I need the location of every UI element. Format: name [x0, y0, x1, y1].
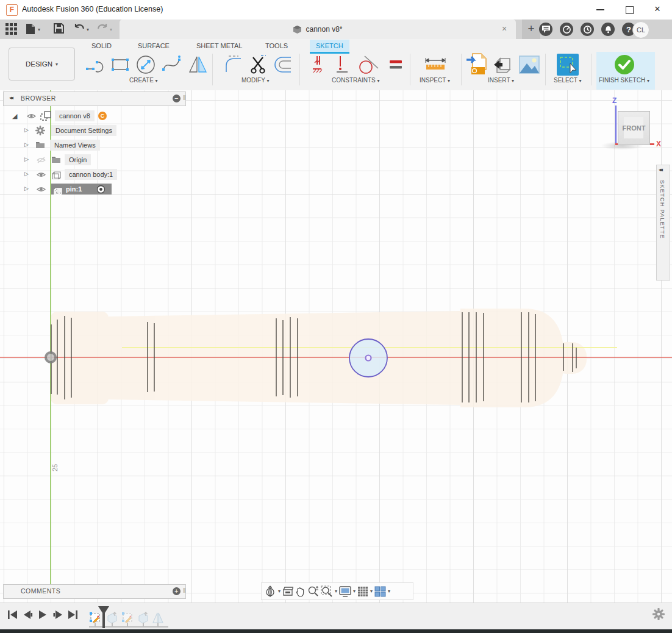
tree-row-pin[interactable]: ▷ pin:1 — [0, 182, 183, 196]
tree-item-label[interactable]: cannon v8 — [55, 110, 95, 121]
visibility-eye-icon[interactable] — [37, 186, 46, 193]
trim-tool-button[interactable] — [246, 52, 270, 77]
rectangle-tool-button[interactable] — [108, 52, 132, 77]
measure-tool-button[interactable] — [423, 52, 448, 77]
tree-item-label[interactable]: Document Settings — [51, 125, 116, 136]
expand-collapsed-icon[interactable]: ▷ — [24, 156, 29, 162]
tree-row-origin[interactable]: ▷ Origin — [0, 152, 183, 167]
minimize-button[interactable] — [587, 0, 614, 20]
visibility-eye-icon[interactable] — [37, 171, 46, 178]
insert-derive-button[interactable] — [490, 52, 515, 77]
group-label-constraints[interactable]: CONSTRAINTS ▾ — [332, 77, 379, 84]
chevron-down-icon[interactable]: ▾ — [370, 588, 373, 594]
timeline-play-button[interactable] — [38, 610, 47, 619]
circle-tool-button[interactable] — [134, 52, 158, 77]
close-button[interactable]: × — [644, 0, 671, 20]
group-label-finish-sketch[interactable]: FINISH SKETCH ▾ — [599, 77, 649, 84]
redo-button[interactable] — [96, 23, 109, 33]
chevron-down-icon[interactable]: ▾ — [110, 27, 112, 32]
orbit-icon[interactable] — [264, 585, 276, 598]
constraint-tangent-button[interactable] — [356, 52, 381, 77]
activate-component-radio-icon[interactable] — [96, 185, 105, 194]
group-label-insert[interactable]: INSERT ▾ — [488, 77, 514, 84]
chevron-down-icon[interactable]: ▾ — [335, 588, 337, 594]
sketch-palette-panel[interactable]: ◂◂ SKETCH PALETTE — [656, 165, 670, 281]
visibility-off-eye-icon[interactable] — [37, 157, 46, 163]
collapse-browser-icon[interactable]: ◂◂ — [9, 95, 12, 101]
tab-solid[interactable]: SOLID — [91, 40, 112, 52]
group-label-modify[interactable]: MODIFY ▾ — [241, 77, 270, 84]
save-button[interactable] — [54, 23, 64, 34]
panel-grip[interactable]: ‖ — [183, 587, 186, 594]
app-launcher-icon[interactable] — [5, 23, 17, 35]
offset-tool-button[interactable] — [271, 52, 296, 77]
viewports-icon[interactable] — [374, 586, 386, 597]
workspace-selector-button[interactable]: DESIGN ▾ — [9, 48, 75, 80]
expand-collapsed-icon[interactable]: ▷ — [24, 141, 29, 148]
panel-grip[interactable]: ‖ — [183, 94, 186, 101]
expand-collapsed-icon[interactable]: ▷ — [24, 127, 29, 133]
timeline-item-mirror[interactable] — [152, 612, 163, 624]
document-tab-close-icon[interactable]: × — [499, 23, 510, 34]
tab-sketch[interactable]: SKETCH — [310, 40, 349, 52]
tree-item-label[interactable]: Origin — [65, 154, 91, 165]
add-comment-icon[interactable]: + — [173, 587, 181, 595]
tree-row-document-settings[interactable]: ▷ Document Settings — [0, 123, 183, 138]
constraint-equal-button[interactable] — [384, 52, 409, 77]
tab-sheet-metal[interactable]: SHEET METAL — [196, 40, 242, 52]
tree-item-label[interactable]: Named Views — [50, 140, 100, 151]
timeline-go-to-start-button[interactable] — [7, 610, 17, 619]
timeline-step-forward-button[interactable] — [53, 610, 63, 619]
timeline-step-back-button[interactable] — [23, 610, 33, 619]
timeline-go-to-end-button[interactable] — [68, 610, 78, 619]
tree-row-cannon-body[interactable]: ▷ cannon body:1 — [0, 167, 183, 182]
grid-settings-icon[interactable] — [357, 586, 368, 597]
expand-collapsed-icon[interactable]: ▷ — [24, 185, 29, 191]
select-tool-button[interactable] — [556, 52, 580, 77]
extensions-icon[interactable] — [560, 23, 573, 36]
constraint-vertical-horizontal-button[interactable] — [329, 52, 354, 77]
viewcube[interactable]: FRONT — [618, 111, 650, 145]
timeline-settings-gear-icon[interactable] — [652, 608, 665, 620]
chevron-down-icon[interactable]: ▾ — [353, 588, 356, 594]
chevron-down-icon[interactable]: ▾ — [87, 27, 89, 32]
zoom-icon[interactable] — [307, 585, 319, 597]
comments-panel-header[interactable]: COMMENTS + ‖ — [3, 584, 186, 599]
tree-item-label[interactable]: cannon body:1 — [65, 169, 117, 180]
tab-surface[interactable]: SURFACE — [138, 40, 170, 52]
model-canvas[interactable]: 25 FRONT Z X ◂◂ SKETCH PALETTE ◂◂ BROWSE… — [0, 90, 672, 603]
user-avatar[interactable]: CL — [632, 21, 649, 38]
display-settings-icon[interactable] — [339, 586, 351, 597]
job-status-icon[interactable] — [581, 23, 594, 36]
pan-hand-icon[interactable] — [295, 586, 306, 597]
tree-row-root[interactable]: ◢ cannon v8 C — [0, 109, 183, 123]
notifications-bell-icon[interactable] — [601, 23, 615, 36]
finish-sketch-button[interactable] — [612, 52, 637, 77]
browser-panel-header[interactable]: ◂◂ BROWSER − ‖ — [3, 91, 186, 106]
expand-collapsed-icon[interactable]: ▷ — [24, 171, 29, 177]
remove-panel-icon[interactable]: − — [173, 95, 181, 102]
file-menu-button[interactable] — [26, 23, 35, 35]
group-label-inspect[interactable]: INSPECT ▾ — [420, 77, 450, 84]
expand-panel-icon[interactable]: ◂◂ — [659, 166, 662, 173]
group-label-create[interactable]: CREATE ▾ — [129, 77, 158, 84]
visibility-eye-icon[interactable] — [27, 113, 36, 120]
timeline-playhead[interactable] — [98, 606, 110, 628]
chevron-down-icon[interactable]: ▾ — [38, 27, 40, 32]
new-tab-button[interactable]: + — [522, 20, 540, 39]
zoom-window-icon[interactable] — [321, 585, 333, 597]
constraint-fix-button[interactable] — [306, 52, 331, 77]
chevron-down-icon[interactable]: ▾ — [388, 588, 390, 594]
comments-feed-icon[interactable] — [539, 23, 552, 36]
chevron-down-icon[interactable]: ▾ — [278, 588, 281, 594]
fillet-tool-button[interactable] — [223, 52, 247, 77]
expand-open-icon[interactable]: ◢ — [12, 112, 17, 120]
spline-tool-button[interactable] — [160, 52, 184, 77]
group-label-select[interactable]: SELECT ▾ — [554, 77, 582, 84]
insert-svg-button[interactable] — [465, 52, 489, 77]
tree-row-named-views[interactable]: ▷ Named Views — [0, 138, 183, 152]
maximize-button[interactable] — [616, 0, 643, 20]
insert-canvas-button[interactable] — [517, 52, 542, 77]
look-at-icon[interactable] — [282, 587, 293, 596]
mirror-tool-button[interactable] — [186, 52, 210, 77]
